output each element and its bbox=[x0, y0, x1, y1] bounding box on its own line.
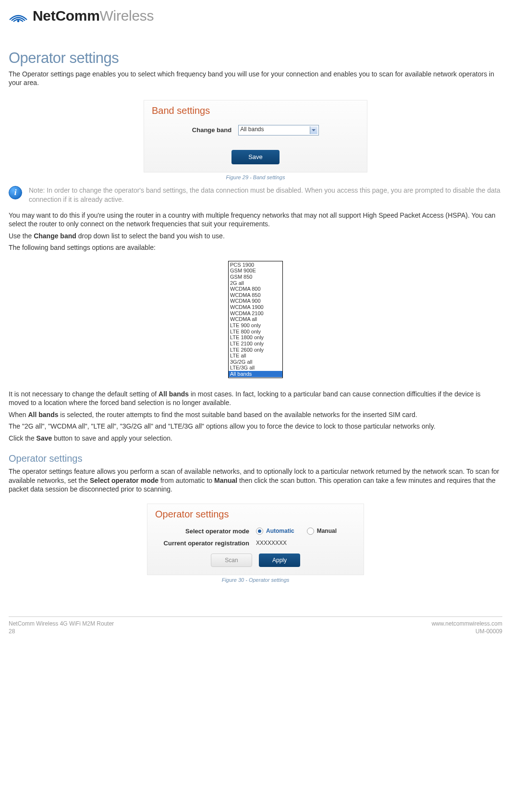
paragraph-whenallbands: When All bands is selected, the router a… bbox=[9, 410, 502, 419]
list-item[interactable]: LTE 800 only bbox=[229, 329, 282, 335]
radio-icon bbox=[307, 528, 314, 535]
list-item-selected[interactable]: All bands bbox=[229, 371, 282, 377]
brand-light: Wireless bbox=[100, 8, 154, 24]
list-item[interactable]: WCDMA 850 bbox=[229, 292, 282, 298]
list-item[interactable]: 2G all bbox=[229, 280, 282, 286]
list-item[interactable]: LTE 2100 only bbox=[229, 341, 282, 347]
band-panel-title: Band settings bbox=[152, 105, 359, 116]
page-title: Operator settings bbox=[9, 49, 502, 67]
footer-url: www.netcommwireless.com bbox=[432, 620, 502, 628]
list-item[interactable]: GSM 850 bbox=[229, 274, 282, 280]
list-item[interactable]: WCDMA 900 bbox=[229, 298, 282, 304]
operator-panel-title: Operator settings bbox=[155, 509, 356, 520]
list-item[interactable]: PCS 1900 bbox=[229, 262, 282, 268]
change-band-value: All bands bbox=[240, 126, 264, 133]
list-item[interactable]: LTE/3G all bbox=[229, 365, 282, 371]
svg-point-0 bbox=[17, 20, 20, 23]
paragraph-use-changeband: Use the Change band drop down list to se… bbox=[9, 232, 502, 240]
info-icon: i bbox=[9, 186, 22, 199]
operator-settings-panel: Operator settings Select operator mode A… bbox=[147, 504, 364, 575]
current-operator-value: XXXXXXXX bbox=[256, 540, 287, 546]
subheading-operator-settings: Operator settings bbox=[9, 453, 502, 464]
netcomm-logo-icon bbox=[9, 9, 28, 23]
page-footer: NetComm Wireless 4G WiFi M2M Router 28 w… bbox=[9, 616, 502, 636]
select-operator-mode-label: Select operator mode bbox=[155, 528, 256, 535]
footer-doc-id: UM-00009 bbox=[432, 627, 502, 636]
radio-icon bbox=[256, 528, 263, 535]
figure-29-caption: Figure 29 - Band settings bbox=[9, 174, 502, 180]
list-item[interactable]: WCDMA 800 bbox=[229, 286, 282, 292]
scan-button[interactable]: Scan bbox=[211, 554, 252, 567]
paragraph-clicksave: Click the Save button to save and apply … bbox=[9, 434, 502, 443]
list-item[interactable]: WCDMA all bbox=[229, 316, 282, 322]
radio-automatic[interactable]: Automatic bbox=[256, 528, 294, 535]
footer-product: NetComm Wireless 4G WiFi M2M Router bbox=[9, 620, 114, 628]
apply-button[interactable]: Apply bbox=[259, 554, 300, 567]
change-band-label: Change band bbox=[192, 126, 231, 134]
figure-30-caption: Figure 30 - Operator settings bbox=[9, 577, 502, 583]
footer-page-number: 28 bbox=[9, 627, 114, 636]
paragraph-operator-intro: The operator settings feature allows you… bbox=[9, 467, 502, 493]
radio-automatic-label: Automatic bbox=[266, 528, 294, 534]
paragraph-notnecessary: It is not necessary to change the defaul… bbox=[9, 390, 502, 407]
list-item[interactable]: 3G/2G all bbox=[229, 359, 282, 365]
change-band-select[interactable]: All bands bbox=[238, 125, 319, 135]
note-text: Note: In order to change the operator's … bbox=[29, 186, 502, 204]
list-item[interactable]: WCDMA 2100 bbox=[229, 310, 282, 317]
note-row: i Note: In order to change the operator'… bbox=[9, 186, 502, 204]
current-operator-label: Current operator registration bbox=[155, 540, 256, 547]
paragraph-hspa: You may want to do this if you're using … bbox=[9, 211, 502, 229]
band-settings-panel: Band settings Change band All bands Save bbox=[144, 100, 367, 172]
list-item[interactable]: LTE 900 only bbox=[229, 322, 282, 329]
list-item[interactable]: LTE 2600 only bbox=[229, 347, 282, 353]
list-item[interactable]: LTE 1800 only bbox=[229, 334, 282, 341]
save-button[interactable]: Save bbox=[231, 150, 280, 164]
brand-header: NetCommWireless bbox=[9, 6, 502, 28]
chevron-down-icon bbox=[312, 129, 316, 131]
intro-paragraph: The Operator settings page enables you t… bbox=[9, 70, 502, 87]
list-item[interactable]: WCDMA 1900 bbox=[229, 304, 282, 310]
brand-bold: NetComm bbox=[33, 8, 100, 24]
radio-manual[interactable]: Manual bbox=[307, 528, 337, 535]
list-item[interactable]: GSM 900E bbox=[229, 268, 282, 274]
paragraph-following: The following band settings options are … bbox=[9, 243, 502, 252]
paragraph-modes: The "2G all", "WCDMA all", "LTE all", "3… bbox=[9, 422, 502, 431]
brand-text: NetCommWireless bbox=[33, 8, 154, 24]
list-item[interactable]: LTE all bbox=[229, 353, 282, 359]
band-options-listbox[interactable]: PCS 1900 GSM 900E GSM 850 2G all WCDMA 8… bbox=[228, 261, 283, 378]
radio-manual-label: Manual bbox=[317, 528, 337, 534]
